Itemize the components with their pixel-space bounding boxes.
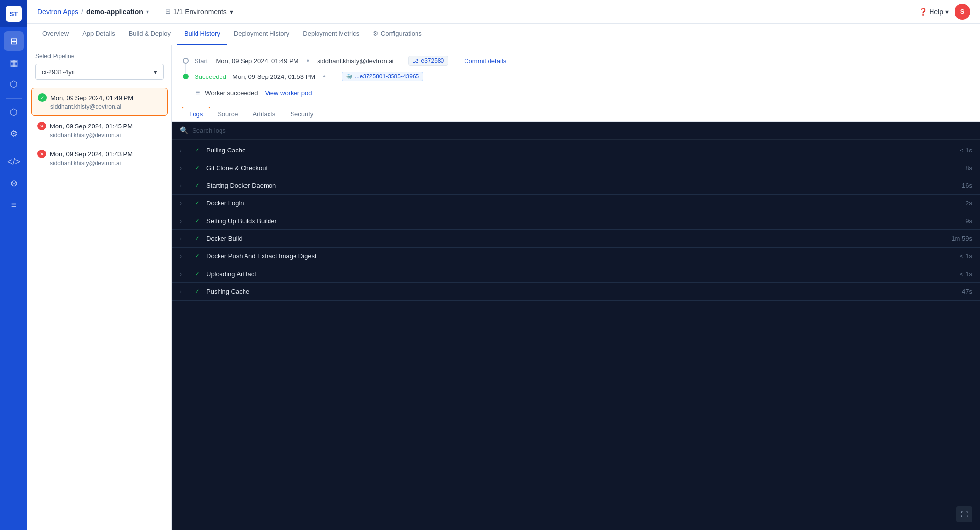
commit-details-link[interactable]: Commit details xyxy=(464,57,506,65)
pipeline-dropdown-value: ci-2931-4yri xyxy=(42,68,75,76)
log-name-pulling-cache: Pulling Cache xyxy=(206,147,955,154)
log-entries: › ✓ Pulling Cache < 1s › ✓ Git Clone & C… xyxy=(172,140,980,530)
breadcrumb-org[interactable]: Devtron Apps xyxy=(37,8,78,16)
sidebar-item-grid[interactable]: ▦ xyxy=(4,53,24,73)
worker-row: ≡ Worker succeeded View worker pod xyxy=(182,84,970,103)
pipeline-list: ✓ Mon, 09 Sep 2024, 01:49 PM siddhant.kh… xyxy=(27,86,172,175)
log-entry-git-clone[interactable]: › ✓ Git Clone & Checkout 8s xyxy=(172,159,980,177)
pipeline-item-2[interactable]: ✕ Mon, 09 Sep 2024, 01:45 PM siddhant.kh… xyxy=(31,117,168,144)
log-chevron-pulling-cache: › xyxy=(180,147,188,154)
pipeline-item-2-user: siddhant.khisty@devtron.ai xyxy=(50,132,162,139)
log-check-buildx-builder: ✓ xyxy=(193,217,201,225)
env-selector[interactable]: ⊟ 1/1 Environments ▾ xyxy=(165,8,233,16)
log-entry-docker-login[interactable]: › ✓ Docker Login 2s xyxy=(172,195,980,212)
pipeline-item-3-time: Mon, 09 Sep 2024, 01:43 PM xyxy=(50,151,133,158)
tab-configurations[interactable]: ⚙ Configurations xyxy=(366,24,428,45)
timeline-succeeded-bullet: • xyxy=(323,72,326,81)
topbar-divider xyxy=(157,7,157,17)
log-entry-buildx-builder[interactable]: › ✓ Setting Up Buildx Builder 9s xyxy=(172,212,980,230)
log-check-docker-push: ✓ xyxy=(193,252,201,260)
sidebar-item-layers[interactable]: ≡ xyxy=(4,195,24,215)
log-entry-uploading-artifact[interactable]: › ✓ Uploading Artifact < 1s xyxy=(172,265,980,283)
log-chevron-docker-push: › xyxy=(180,253,188,260)
pipeline-item-3-status-icon: ✕ xyxy=(37,150,46,158)
help-circle-icon: ❓ xyxy=(919,8,927,16)
sub-tab-security[interactable]: Security xyxy=(283,107,320,121)
help-chevron-icon: ▾ xyxy=(945,8,949,16)
view-worker-pod-link[interactable]: View worker pod xyxy=(265,89,312,97)
sidebar-item-settings[interactable]: ⊛ xyxy=(4,174,24,193)
pipeline-item-1-time: Mon, 09 Sep 2024, 01:49 PM xyxy=(50,94,133,101)
succeeded-commit-badge[interactable]: 🐳 ...e3725801-3585-43965 xyxy=(342,72,423,81)
tab-deployment-metrics[interactable]: Deployment Metrics xyxy=(296,24,366,45)
sidebar-divider-1 xyxy=(6,98,22,99)
log-entry-starting-docker[interactable]: › ✓ Starting Docker Daemon 16s xyxy=(172,177,980,195)
log-entry-pulling-cache[interactable]: › ✓ Pulling Cache < 1s xyxy=(172,142,980,159)
help-button[interactable]: ❓ Help ▾ xyxy=(919,8,949,16)
log-panel: 🔍 › ✓ Pulling Cache < 1s › ✓ Git Clone &… xyxy=(172,122,980,530)
expand-button[interactable]: ⛶ xyxy=(956,506,972,522)
pipeline-item-3-header: ✕ Mon, 09 Sep 2024, 01:43 PM xyxy=(37,150,162,158)
detail-panel: Start Mon, 09 Sep 2024, 01:49 PM • siddh… xyxy=(172,45,980,530)
log-entry-docker-build[interactable]: › ✓ Docker Build 1m 59s xyxy=(172,230,980,248)
pipeline-dropdown[interactable]: ci-2931-4yri ▾ xyxy=(35,64,164,80)
sidebar-item-apps[interactable]: ⬡ xyxy=(4,75,24,94)
pipeline-item-3[interactable]: ✕ Mon, 09 Sep 2024, 01:43 PM siddhant.kh… xyxy=(31,145,168,172)
topbar-right: ❓ Help ▾ S xyxy=(919,4,970,20)
log-name-starting-docker: Starting Docker Daemon xyxy=(206,182,957,189)
breadcrumb-app[interactable]: demo-application xyxy=(86,8,143,16)
pipeline-item-2-status-icon: ✕ xyxy=(37,122,46,130)
sub-tab-artifacts[interactable]: Artifacts xyxy=(245,107,283,121)
log-time-uploading-artifact: < 1s xyxy=(960,270,972,278)
breadcrumb-chevron[interactable]: ▾ xyxy=(146,8,149,15)
log-chevron-docker-build: › xyxy=(180,235,188,242)
log-chevron-pushing-cache: › xyxy=(180,288,188,295)
log-check-git-clone: ✓ xyxy=(193,164,201,172)
log-chevron-git-clone: › xyxy=(180,165,188,172)
commit-hash: e372580 xyxy=(421,57,444,64)
timeline-start-time: Mon, 09 Sep 2024, 01:49 PM xyxy=(216,57,298,65)
tabbar: Overview App Details Build & Deploy Buil… xyxy=(27,24,980,45)
timeline-succeeded-label: Succeeded xyxy=(195,73,226,80)
log-name-buildx-builder: Setting Up Buildx Builder xyxy=(206,217,960,225)
env-filter-icon: ⊟ xyxy=(165,8,171,15)
pipeline-dropdown-chevron: ▾ xyxy=(154,68,157,76)
log-search-input[interactable] xyxy=(192,127,972,134)
sub-tabs: Logs Source Artifacts Security xyxy=(182,103,970,121)
log-time-docker-login: 2s xyxy=(965,200,972,207)
sub-tab-source[interactable]: Source xyxy=(210,107,245,121)
tab-build-deploy[interactable]: Build & Deploy xyxy=(122,24,177,45)
sidebar-item-shield[interactable]: ⬡ xyxy=(4,102,24,122)
tab-build-history[interactable]: Build History xyxy=(177,24,227,45)
log-entry-docker-push[interactable]: › ✓ Docker Push And Extract Image Digest… xyxy=(172,248,980,265)
sidebar-divider-2 xyxy=(6,148,22,148)
sidebar: ST ⊞ ▦ ⬡ ⬡ ⚙ </> ⊛ ≡ xyxy=(0,0,27,530)
log-check-pulling-cache: ✓ xyxy=(193,147,201,154)
log-name-docker-push: Docker Push And Extract Image Digest xyxy=(206,252,955,260)
log-check-docker-build: ✓ xyxy=(193,235,201,242)
commit-badge[interactable]: ⎇ e372580 xyxy=(408,56,448,66)
app-logo[interactable]: ST xyxy=(0,0,27,27)
sidebar-item-dashboard[interactable]: ⊞ xyxy=(4,31,24,51)
env-selector-chevron: ▾ xyxy=(230,8,233,16)
log-entry-pushing-cache[interactable]: › ✓ Pushing Cache 47s xyxy=(172,283,980,301)
tab-app-details[interactable]: App Details xyxy=(75,24,122,45)
breadcrumb-separator: / xyxy=(81,8,83,16)
sub-tab-logs[interactable]: Logs xyxy=(182,107,210,121)
log-check-starting-docker: ✓ xyxy=(193,182,201,189)
log-name-docker-build: Docker Build xyxy=(206,235,946,242)
log-chevron-docker-login: › xyxy=(180,200,188,207)
docker-icon: 🐳 xyxy=(346,74,353,80)
log-chevron-uploading-artifact: › xyxy=(180,271,188,278)
main-content: Devtron Apps / demo-application ▾ ⊟ 1/1 … xyxy=(27,0,980,530)
tab-overview[interactable]: Overview xyxy=(35,24,75,45)
log-chevron-starting-docker: › xyxy=(180,182,188,189)
sidebar-item-code[interactable]: </> xyxy=(4,152,24,172)
log-time-starting-docker: 16s xyxy=(962,182,972,189)
timeline-succeeded-time: Mon, 09 Sep 2024, 01:53 PM xyxy=(232,73,315,80)
sidebar-item-gear-small[interactable]: ⚙ xyxy=(4,124,24,144)
user-avatar[interactable]: S xyxy=(955,4,970,20)
tab-deployment-history[interactable]: Deployment History xyxy=(227,24,296,45)
pipeline-item-1[interactable]: ✓ Mon, 09 Sep 2024, 01:49 PM siddhant.kh… xyxy=(31,88,168,116)
log-name-git-clone: Git Clone & Checkout xyxy=(206,164,960,172)
